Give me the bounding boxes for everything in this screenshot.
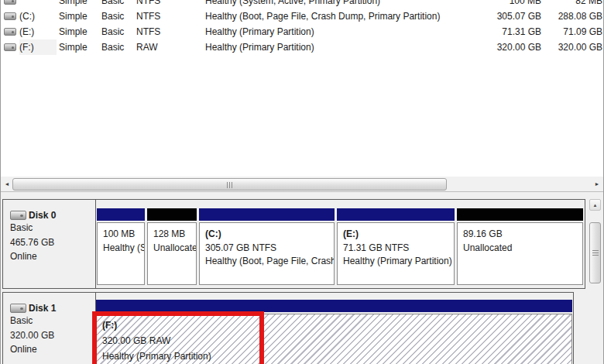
partition-header — [97, 208, 145, 221]
partition-e[interactable]: (E:) 71.31 GB NTFS Healthy (Primary Part… — [337, 208, 455, 285]
disk-status: Online — [10, 249, 94, 264]
volume-layout: Simple — [59, 24, 99, 39]
disk-type: Basic — [10, 314, 94, 328]
volume-row-c[interactable]: (C:) Simple Basic NTFS Healthy (Boot, Pa… — [1, 9, 603, 24]
partition-header — [457, 208, 583, 221]
vertical-scrollbar-thumb[interactable] — [589, 222, 601, 283]
partition-size: 89.16 GB — [463, 228, 581, 242]
volume-icon — [4, 0, 16, 5]
disk-name: Disk 0 — [29, 210, 56, 221]
scrollbar-grip-icon — [227, 182, 234, 188]
volume-icon — [4, 43, 16, 51]
volume-capacity: 100 MB — [458, 0, 541, 9]
volume-status: Healthy (System, Active, Primary Partiti… — [205, 0, 476, 9]
partition-unallocated-128mb[interactable]: 128 MB Unallocated — [147, 208, 197, 285]
partition-status: Healthy (Primary Partition) — [343, 255, 452, 269]
volume-capacity: 320.00 GB — [458, 39, 541, 55]
volume-list-pane: Simple Basic NTFS Healthy (System, Activ… — [1, 0, 603, 177]
disk-1-info[interactable]: Disk 1 Basic 320.00 GB Online — [3, 293, 96, 364]
partition-header — [337, 208, 455, 221]
volume-fs: NTFS — [136, 9, 184, 24]
scroll-left-icon[interactable]: ◄ — [2, 178, 12, 191]
volume-icon — [4, 12, 16, 20]
partition-name: (E:) — [343, 228, 452, 242]
disk-0-row: Disk 0 Basic 465.76 GB Online 100 MB Hea… — [2, 199, 585, 289]
graphical-view-pane: Disk 0 Basic 465.76 GB Online 100 MB Hea… — [0, 192, 604, 364]
partition-unallocated-89gb[interactable]: 89.16 GB Unallocated — [457, 208, 583, 285]
disk-status: Online — [10, 342, 94, 357]
volume-free: 320.00 GB — [543, 39, 602, 55]
volume-capacity: 71.31 GB — [458, 24, 541, 39]
disk-type: Basic — [10, 221, 94, 235]
scroll-right-icon[interactable]: ► — [592, 178, 602, 191]
volume-name: (F:) — [19, 39, 57, 55]
volume-fs: RAW — [136, 39, 184, 55]
partition-header — [96, 300, 572, 312]
partition-size: 128 MB — [153, 228, 194, 242]
volume-layout: Simple — [59, 0, 99, 9]
volume-status: Healthy (Primary Partition) — [205, 24, 476, 39]
horizontal-scrollbar-thumb[interactable] — [12, 178, 447, 191]
volume-free: 288.08 GB — [543, 9, 602, 24]
partition-size: 100 MB — [103, 228, 142, 242]
partition-status: Healthy (System, Active, Primary Partiti… — [103, 242, 142, 256]
partition-c[interactable]: (C:) 305.07 GB NTFS Healthy (Boot, Page … — [199, 208, 335, 285]
horizontal-scrollbar[interactable]: ◄ ► — [0, 177, 604, 192]
volume-row-system-reserved[interactable]: Simple Basic NTFS Healthy (System, Activ… — [1, 0, 603, 9]
volume-type: Basic — [101, 0, 134, 9]
disk-icon — [10, 211, 26, 220]
volume-name: (C:) — [19, 9, 57, 24]
volume-free: 71.09 GB — [543, 24, 602, 39]
volume-status: Healthy (Primary Partition) — [205, 39, 476, 55]
volume-fs: NTFS — [136, 24, 184, 39]
volume-name: (E:) — [19, 24, 57, 39]
partition-header — [199, 208, 335, 221]
volume-type: Basic — [101, 9, 134, 24]
volume-type: Basic — [101, 24, 134, 39]
disk-1-row: Disk 1 Basic 320.00 GB Online (F:) 320.0… — [2, 292, 574, 364]
disk-0-partitions: 100 MB Healthy (System, Active, Primary … — [96, 200, 585, 288]
volume-layout: Simple — [59, 39, 99, 55]
disk-icon — [10, 304, 26, 313]
volume-name — [19, 0, 57, 9]
disk-name: Disk 1 — [29, 303, 56, 314]
volume-type: Basic — [101, 39, 134, 55]
annotation-highlight-box — [92, 311, 264, 364]
partition-status: Healthy (Boot, Page File, Crash Dump, Pr… — [205, 255, 332, 269]
partition-header — [147, 208, 197, 221]
volume-status: Healthy (Boot, Page File, Crash Dump, Pr… — [205, 9, 476, 24]
scroll-up-icon[interactable]: ▲ — [589, 199, 601, 211]
disk-size: 320.00 GB — [10, 328, 94, 343]
disk-size: 465.76 GB — [10, 235, 94, 250]
volume-icon — [4, 28, 16, 36]
vertical-scrollbar[interactable]: ▲ — [589, 198, 602, 364]
volume-free: 82 MB — [543, 0, 602, 9]
scrollbar-grip-icon — [592, 250, 599, 257]
partition-status: Unallocated — [463, 242, 581, 256]
volume-row-e[interactable]: (E:) Simple Basic NTFS Healthy (Primary … — [1, 24, 603, 39]
volume-fs: NTFS — [136, 0, 184, 9]
partition-status: Unallocated — [153, 242, 194, 256]
partition-size: 71.31 GB NTFS — [343, 242, 452, 256]
partition-system-reserved[interactable]: 100 MB Healthy (System, Active, Primary … — [97, 208, 145, 285]
partition-name: (C:) — [205, 228, 332, 242]
volume-capacity: 305.07 GB — [458, 9, 541, 24]
partition-size: 305.07 GB NTFS — [205, 242, 332, 256]
volume-row-f[interactable]: (F:) Simple Basic RAW Healthy (Primary P… — [1, 39, 603, 55]
volume-layout: Simple — [59, 9, 99, 24]
disk-0-info[interactable]: Disk 0 Basic 465.76 GB Online — [3, 200, 96, 288]
